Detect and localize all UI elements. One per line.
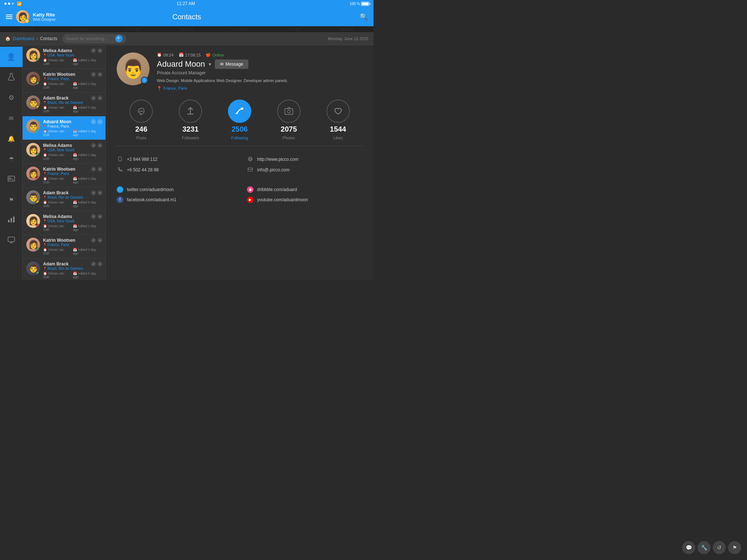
sidebar-item-messages[interactable]: ✉ — [0, 108, 23, 128]
social-row: 🐦 twitter.com/aduardmoon f facebook.com/… — [117, 186, 363, 207]
detail-col-left: +2 844 988 112 +6 502 44 28 98 — [117, 156, 232, 178]
twitter-link: twitter.com/aduardmoon — [127, 187, 174, 192]
profile-dropdown-button[interactable]: ▾ — [209, 61, 211, 67]
contact-refresh-adam-3[interactable]: ↺ — [91, 261, 96, 267]
breadcrumb-home[interactable]: Dashboard — [13, 36, 34, 41]
stat-following-number: 2506 — [232, 125, 248, 133]
contact-remove-katrin-2[interactable]: ✕ — [97, 167, 102, 172]
contact-item-katrin-1[interactable]: 👩 Katrin Wootsen 📍 France, Paris ⏰ Close… — [23, 69, 105, 93]
contact-meta-adam-2: ⏰ Closes Jan 25th 📅 Added 5 day ago — [43, 201, 102, 208]
contacts-icon: 👤 — [7, 52, 16, 61]
contact-refresh-melisa-2[interactable]: ↺ — [91, 143, 96, 148]
contact-meta-katrin-2: ⏰ Closes Jan 21th 📅 Added 2 day ago — [43, 177, 102, 184]
search-input[interactable] — [66, 36, 113, 41]
sidebar-item-lab[interactable] — [0, 67, 23, 88]
contact-avatar-melisa-3: 👩 — [26, 214, 40, 228]
contact-status-katrin-3 — [36, 248, 40, 251]
contact-closes-katrin-1: ⏰ Closes Jan 21th — [43, 82, 71, 89]
hamburger-menu[interactable] — [6, 15, 12, 19]
sidebar-item-flag[interactable]: ⚑ — [0, 190, 23, 210]
contact-item-adam-3[interactable]: 👨 Adam Brack 📍 Brazil, Rio de Ganeiro ⏰ … — [23, 258, 105, 280]
header-user-info: Katty Rite Web Designer — [33, 12, 56, 22]
contact-item-melisa-1[interactable]: 👩 Melisa Adams 📍 USA, New Yourk ⏰ Closes… — [23, 45, 105, 69]
email-icon — [247, 167, 253, 173]
contact-remove-adam-2[interactable]: ✕ — [97, 190, 102, 195]
location-icon: 📍 — [157, 86, 162, 91]
user-avatar-container: 👩 S — [16, 10, 29, 23]
watermark-1: ⬥envato — [19, 27, 34, 31]
stat-posts-circle — [129, 100, 153, 123]
social-facebook[interactable]: f facebook.com/aduard.m1 — [117, 197, 232, 203]
contact-remove-katrin-3[interactable]: ✕ — [97, 238, 102, 243]
monitor-icon — [8, 237, 15, 245]
contact-refresh-katrin-3[interactable]: ↺ — [91, 238, 96, 243]
contact-list: 👩 Melisa Adams 📍 USA, New Yourk ⏰ Closes… — [23, 45, 106, 280]
contact-actions-adam-1: ↺ ✕ — [91, 96, 102, 101]
profile-date-time: 📅 17:06:15 — [179, 52, 201, 57]
contact-avatar-katrin-1: 👩 — [26, 72, 40, 86]
breadcrumb-current: Contacts — [40, 36, 57, 41]
header-username: Katty Rite — [33, 12, 56, 18]
contact-closes-adam-1: ⏰ Closes Jan 25th — [43, 106, 71, 113]
contact-remove-katrin-1[interactable]: ✕ — [97, 72, 102, 77]
profile-avatar-wrap: 👨 + — [117, 52, 150, 85]
contact-refresh-adam-1[interactable]: ↺ — [91, 96, 96, 101]
search-icon[interactable]: 🔍 — [360, 13, 368, 21]
contact-remove-adam-3[interactable]: ✕ — [97, 261, 102, 267]
sidebar-item-umbrella[interactable]: ☂ — [0, 149, 23, 169]
mobile-icon — [117, 167, 123, 173]
contact-item-katrin-2[interactable]: 👩 Katrin Wootsen 📍 France, Paris ⏰ Close… — [23, 164, 105, 187]
contact-item-melisa-2[interactable]: 👩 Melisa Adams 📍 USA, New Yourk ⏰ Closes… — [23, 140, 105, 164]
contact-item-adam-1[interactable]: 👨 Adam Brack 📍 Brazil, Rio de Ganeiro ⏰ … — [23, 93, 105, 116]
contact-remove-melisa-2[interactable]: ✕ — [97, 143, 102, 148]
contact-refresh-katrin-2[interactable]: ↺ — [91, 167, 96, 172]
contact-avatar-adam-1: 👨 — [26, 96, 40, 109]
contact-added-katrin-2: 📅 Added 2 day ago — [73, 177, 102, 184]
contact-item-katrin-3[interactable]: 👩 Katrin Wootsen 📍 France, Paris ⏰ Close… — [23, 235, 105, 258]
contact-avatar-melisa-2: 👩 — [26, 143, 40, 157]
contact-added-aduard: 📅 Added 2 day ago — [73, 129, 102, 137]
sidebar-item-monitor[interactable] — [0, 230, 23, 251]
contact-meta-melisa-3: ⏰ Closes Jan 12th 📅 Added 1 day ago — [43, 224, 102, 232]
sidebar-item-chart[interactable] — [0, 210, 23, 230]
contact-refresh-adam-2[interactable]: ↺ — [91, 190, 96, 195]
stats-row: 246 Posts 3231 Followers — [117, 100, 363, 146]
stat-following: 2506 Following — [215, 100, 264, 140]
contact-location-adam-3: 📍 Brazil, Rio de Ganeiro — [43, 267, 102, 271]
svg-rect-21 — [248, 168, 252, 171]
contact-remove-melisa-1[interactable]: ✕ — [97, 48, 102, 53]
search-submit-button[interactable]: 🔍 — [115, 35, 123, 42]
sidebar-item-settings[interactable]: ⚙ — [0, 88, 23, 108]
contact-refresh-melisa-3[interactable]: ↺ — [91, 214, 96, 219]
message-button[interactable]: ✉ Message — [215, 59, 248, 69]
contact-actions-aduard: ↺ ✕ — [91, 119, 102, 124]
social-youtube[interactable]: ▶ youtube.com/aduardmoon — [247, 197, 363, 203]
social-twitter[interactable]: 🐦 twitter.com/aduardmoon — [117, 186, 232, 193]
contact-location-aduard: 📍 France, Paris — [43, 124, 102, 128]
stat-photos: 2075 Photos — [264, 100, 313, 140]
contact-item-melisa-3[interactable]: 👩 Melisa Adams 📍 USA, New Yourk ⏰ Closes… — [23, 211, 105, 235]
contact-remove-adam-1[interactable]: ✕ — [97, 96, 102, 101]
watermark-6: ⬥envato — [286, 27, 301, 31]
contact-refresh-melisa-1[interactable]: ↺ — [91, 48, 96, 53]
profile-online-badge: + — [141, 77, 148, 84]
contact-meta-adam-1: ⏰ Closes Jan 25th 📅 Added 5 day ago — [43, 106, 102, 113]
contact-remove-melisa-3[interactable]: ✕ — [97, 214, 102, 219]
contact-avatar-melisa-1: 👩 — [26, 48, 40, 62]
sidebar-item-gallery[interactable] — [0, 169, 23, 190]
sidebar-item-contacts[interactable]: 👤 — [0, 47, 23, 67]
contact-meta-melisa-2: ⏰ Closes Jan 12th 📅 Added 1 day ago — [43, 153, 102, 160]
contact-refresh-katrin-1[interactable]: ↺ — [91, 72, 96, 77]
social-dribbble[interactable]: ◉ dribbble.com/aduard — [247, 186, 363, 193]
contact-item-aduard[interactable]: 👨 Aduard Moon 📍 France, Paris ⏰ Closes J… — [23, 116, 105, 140]
contact-refresh-aduard[interactable]: ↺ — [91, 119, 96, 124]
detail-row-mobile: +6 502 44 28 98 — [117, 167, 232, 173]
contact-actions-katrin-2: ↺ ✕ — [91, 167, 102, 172]
profile-info: ⏰ 09:24 📅 17:06:15 🍎 Online Aduard Moon … — [157, 52, 363, 91]
notifications-icon: 🔔 — [8, 135, 15, 142]
status-bar: 📶 11:27 AM 100 % — [0, 0, 374, 7]
youtube-link: youtube.com/aduardmoon — [257, 197, 308, 202]
contact-item-adam-2[interactable]: 👨 Adam Brack 📍 Brazil, Rio de Ganeiro ⏰ … — [23, 187, 105, 211]
contact-remove-aduard[interactable]: ✕ — [97, 119, 102, 124]
sidebar-item-notifications[interactable]: 🔔 — [0, 128, 23, 149]
